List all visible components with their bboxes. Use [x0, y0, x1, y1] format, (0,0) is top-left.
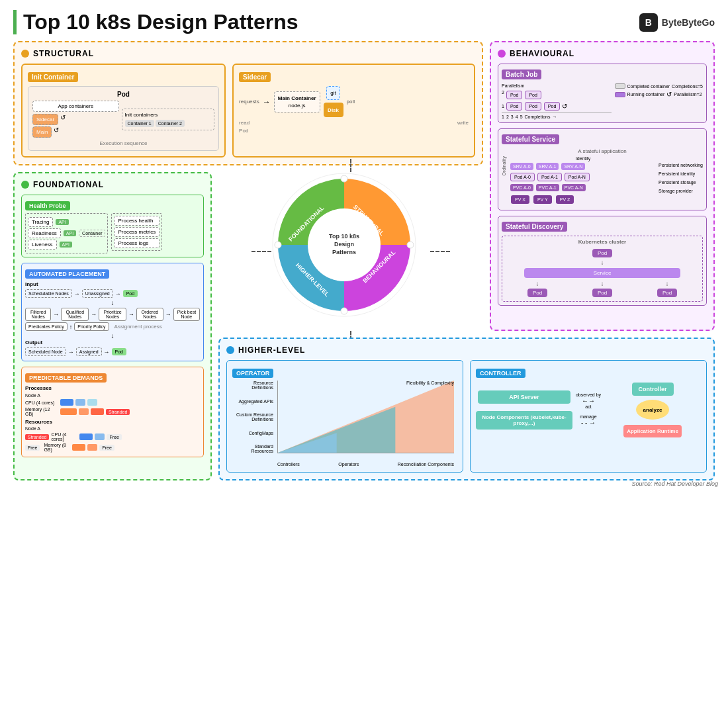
sidecar-container: Sidecar	[32, 114, 58, 125]
health-probe-box: Health Probe Tracing API Readiness API C…	[21, 195, 204, 257]
foundational-dot	[21, 181, 29, 189]
logo: B ByteByteGo	[639, 13, 715, 32]
logo-text: ByteByteGo	[662, 17, 715, 28]
source-text: Source: Red Hat Developer Blog	[631, 480, 718, 487]
logo-icon: B	[639, 13, 658, 32]
structural-section: STRUCTURAL Init Container Pod App contai…	[13, 41, 483, 165]
init-container-label: Init Container	[28, 72, 78, 82]
behavioural-label: BEHAVIOURAL	[498, 49, 707, 58]
main-container: Main	[32, 126, 52, 138]
stateful-discovery-label: Stateful Discovery	[502, 222, 567, 232]
svg-point-4	[275, 242, 281, 248]
behavioural-section: BEHAVIOURAL Batch Job Parallelism 2 Pod …	[490, 41, 715, 331]
controller-label: CONTROLLER	[476, 369, 525, 378]
stateful-discovery-box: Stateful Discovery Kubernetes cluster Po…	[498, 216, 707, 306]
batch-job-box: Batch Job Parallelism 2 Pod Pod 1 Pod Po…	[498, 64, 707, 123]
sidecar-label: Sidecar	[239, 72, 271, 82]
higher-level-section: HIGHER-LEVEL OPERATOR Resource Definitio…	[218, 338, 715, 480]
sidecar-box: Sidecar requests → Main Container node.j…	[232, 64, 475, 158]
svg-point-2	[407, 242, 414, 248]
pie-center-line3: Patterns	[332, 249, 356, 255]
disk-icon: Disk	[324, 103, 343, 117]
pie-center-line1: Top 10 k8s	[329, 233, 359, 240]
pie-chart: STRUCTURAL BEHAVIOURAL HIGHER-LEVEL FOUN…	[271, 172, 430, 331]
stateful-service-box: Stateful Service A stateful application …	[498, 128, 707, 210]
higher-level-dot	[226, 346, 234, 354]
batch-job-label: Batch Job	[502, 69, 541, 79]
pie-center-line2: Design	[334, 241, 354, 248]
higher-level-label: HIGHER-LEVEL	[226, 345, 707, 355]
predictable-demands-box: PREDICTABLE DEMANDS Processes Node A CPU…	[21, 367, 204, 457]
pie-svg: STRUCTURAL BEHAVIOURAL HIGHER-LEVEL FOUN…	[271, 172, 417, 318]
operator-box: OPERATOR Resource Definitions Aggregated…	[226, 360, 463, 473]
behavioural-dot	[498, 50, 506, 58]
svg-point-1	[341, 175, 347, 182]
health-probe-label: Health Probe	[25, 201, 70, 210]
pod-box: Pod App containers Sidecar ↺ Main	[28, 86, 219, 151]
stateful-service-label: Stateful Service	[502, 134, 559, 144]
foundational-section: FOUNDATIONAL Health Probe Tracing API Re…	[13, 172, 212, 480]
structural-dot	[21, 50, 29, 58]
automated-placement-box: AUTOMATED PLACEMENT Input Schedulable No…	[21, 263, 204, 361]
structural-label: STRUCTURAL	[21, 49, 475, 58]
automated-placement-label: AUTOMATED PLACEMENT	[25, 269, 109, 279]
predictable-demands-label: PREDICTABLE DEMANDS	[25, 373, 107, 383]
operator-label: OPERATOR	[232, 369, 273, 378]
page-title: Top 10 k8s Design Patterns	[13, 10, 298, 34]
center-pie: STRUCTURAL BEHAVIOURAL HIGHER-LEVEL FOUN…	[218, 172, 483, 331]
controller-box: CONTROLLER API Server Node Components (k…	[470, 360, 707, 473]
init-container-box: Init Container Pod App containers Sideca…	[21, 64, 226, 158]
foundational-label: FOUNDATIONAL	[21, 180, 204, 189]
svg-point-3	[341, 308, 347, 314]
